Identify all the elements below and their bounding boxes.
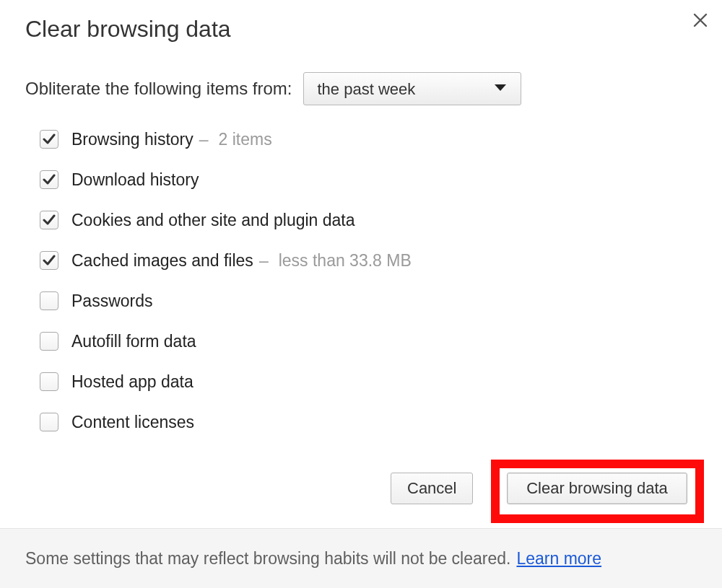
option-label[interactable]: Hosted app data: [71, 372, 193, 392]
option-label[interactable]: Cookies and other site and plugin data: [71, 211, 355, 230]
clear-browsing-data-button[interactable]: Clear browsing data: [507, 473, 687, 504]
option-row: Hosted app data: [40, 361, 700, 402]
option-row: Download history: [40, 159, 700, 200]
option-label[interactable]: Passwords: [71, 291, 152, 311]
option-checkbox[interactable]: [40, 211, 58, 229]
option-checkbox[interactable]: [40, 413, 58, 431]
option-checkbox[interactable]: [40, 372, 58, 391]
option-label[interactable]: Cached images and files: [71, 251, 253, 271]
option-checkbox[interactable]: [40, 170, 58, 189]
option-label[interactable]: Download history: [71, 170, 199, 190]
time-range-wrap: the past week: [303, 72, 521, 105]
learn-more-link[interactable]: Learn more: [516, 549, 601, 569]
time-range-row: Obliterate the following items from: the…: [25, 72, 521, 105]
option-row: Cookies and other site and plugin data: [40, 200, 700, 240]
option-checkbox[interactable]: [40, 251, 58, 270]
option-row: Passwords: [40, 281, 700, 321]
time-range-label: Obliterate the following items from:: [25, 79, 292, 99]
footer-text: Some settings that may reflect browsing …: [25, 549, 510, 569]
time-range-select[interactable]: the past week: [303, 72, 521, 105]
option-checkbox[interactable]: [40, 291, 58, 310]
options-list: Browsing history–2 itemsDownload history…: [40, 119, 700, 442]
option-note: 2 items: [219, 130, 272, 149]
option-row: Content licenses: [40, 402, 700, 442]
close-icon[interactable]: [692, 12, 709, 29]
option-checkbox[interactable]: [40, 130, 58, 149]
option-separator: –: [199, 130, 209, 149]
option-row: Browsing history–2 items: [40, 119, 700, 159]
option-label[interactable]: Autofill form data: [71, 332, 196, 351]
option-separator: –: [259, 251, 269, 271]
dialog-footer: Some settings that may reflect browsing …: [0, 528, 722, 588]
option-checkbox[interactable]: [40, 332, 58, 351]
option-note: less than 33.8 MB: [279, 251, 412, 271]
option-row: Cached images and files–less than 33.8 M…: [40, 240, 700, 281]
option-row: Autofill form data: [40, 321, 700, 361]
option-label[interactable]: Browsing history: [71, 130, 193, 149]
dialog-title: Clear browsing data: [25, 16, 231, 43]
clear-browsing-data-dialog: Clear browsing data Obliterate the follo…: [0, 0, 722, 588]
cancel-button[interactable]: Cancel: [391, 473, 473, 504]
option-label[interactable]: Content licenses: [71, 413, 194, 432]
